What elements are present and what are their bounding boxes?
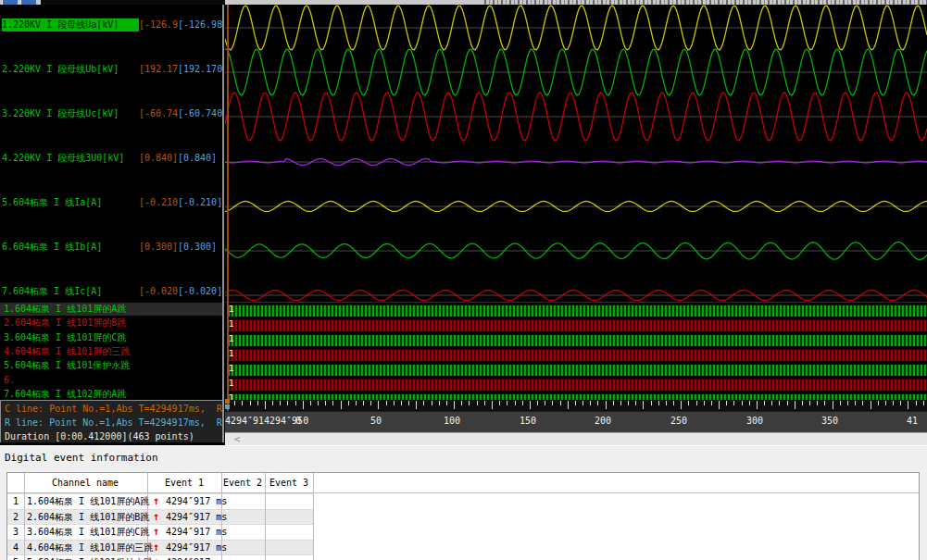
ruler-tick [878,401,879,405]
digital-channel-row[interactable]: 3.604柘泉 I 线101屏的C跳 [0,331,224,344]
ruler-tick [817,401,818,405]
ruler-tick [688,401,689,405]
table-cell-channel-name: 2.604柘泉 I 线101屏的B跳 [27,510,149,525]
wave-analysis-app: 1.220KV I 段母线Ua[kV][-126.980][-126.980]2… [0,0,927,560]
ruler-tick [900,401,901,405]
ruler-tick [651,401,652,405]
ruler-tick [552,401,553,405]
digital-channel-row[interactable]: 7.604柘泉 I 线102屏的A跳 [0,388,224,401]
ruler-tick [515,401,516,405]
ruler-tick [696,401,697,405]
ruler-tick [658,401,659,405]
time-axis-label: 100 [444,416,460,426]
analog-value-2: [-60.740] [178,107,224,120]
ruler-tick [575,401,576,405]
analog-channel-row[interactable]: 5.604柘泉 I 线Ia[A][-0.210][-0.210] [2,196,224,209]
analog-channel-row[interactable]: 3.220KV I 段母线Uc[kV][-60.740][-60.740] [2,107,224,120]
table-row[interactable]: 11.604柘泉 I 线101屏的A跳↑4294″917 ms [7,493,920,509]
ruler-tick [492,401,493,409]
time-axis-labels: 4294″9144294″95005010015020025030035041 [225,411,927,432]
event-rising-arrow-icon: ↑ [153,524,159,539]
digital-state-bar: 1 [228,364,927,376]
ruler-tick [568,401,569,409]
table-row[interactable]: 22.604柘泉 I 线101屏的B跳↑4294″917 ms [7,509,920,525]
table-cell-event1-time: 4294″917 ms [166,541,227,555]
ruler-tick [242,401,243,405]
digital-channel-row[interactable]: 6. [0,374,224,387]
analog-value-2: [0.840] [178,152,224,165]
time-axis-label: 41 [907,416,918,426]
analog-value-2: [-0.020] [178,285,224,298]
channel-list-panel: 1.220KV I 段母线Ua[kV][-126.980][-126.980]2… [0,0,224,442]
table-row[interactable]: 44.604柘泉 I 线101屏的三跳↑4294″917 ms [7,540,920,555]
time-axis-label: 0 [295,416,301,426]
ruler-tick [606,401,607,409]
table-cell-channel-name: 3.604柘泉 I 线101屏的C跳 [27,525,149,540]
digital-state-bar: 1 [228,393,927,400]
ruler-tick [287,401,288,405]
r-cursor-marker[interactable] [225,404,230,409]
digital-channel-row[interactable]: 2.604柘泉 I 线101屏的B跳 [0,317,224,330]
ruler-tick [522,401,523,405]
toolbar-icon-2[interactable] [20,0,36,5]
ruler-tick [916,401,917,405]
horizontal-scrollbar: < [225,432,927,445]
digital-channel-row[interactable]: 5.604柘泉 I 线101保护永跳 [0,359,224,372]
ruler-tick [726,401,727,405]
table-cell-channel-name: 1.604柘泉 I 线101屏的A跳 [27,494,149,509]
ruler-tick [893,401,894,405]
digital-channel-row[interactable]: 1.604柘泉 I 线101屏的A跳 [0,303,224,316]
toolbar-icon-1[interactable] [2,0,18,5]
digital-state-bar: 1 [228,379,927,391]
analog-waveform-trace [225,159,927,166]
ruler-tick [809,401,810,405]
table-row[interactable]: 55.604柘泉 I 线101保护永跳↑4294″917 ms [7,554,920,560]
ruler-tick [764,401,765,405]
time-axis-label: 50 [370,416,382,426]
analog-channel-label: 1.220KV I 段母线Ua[kV] [2,19,139,31]
analog-channel-row[interactable]: 4.220KV I 段母线3U0[kV][0.840][0.840] [2,152,224,165]
ruler-tick [590,401,591,405]
digital-state-bar: 1 [228,305,927,317]
ruler-tick [386,401,387,405]
analog-digital-separator [225,302,927,303]
analog-channel-row[interactable]: 6.604柘泉 I 线Ib[A][0.300][0.300] [2,241,224,254]
table-cell-rownum: 3 [13,525,19,540]
digital-channel-row[interactable]: 4.604柘泉 I 线101屏的三跳 [0,345,224,358]
ruler-tick [341,401,342,409]
ruler-tick [545,401,545,405]
analog-value-1: [-0.020] [139,285,178,298]
ruler-tick [733,401,734,405]
c-cursor-marker[interactable] [225,399,230,404]
event-rising-arrow-icon: ↑ [153,554,159,560]
event-info-section: Digital event information Channel nameEv… [0,445,927,560]
analog-channel-row[interactable]: 2.220KV I 段母线Ub[kV][192.170][192.170] [2,63,224,76]
ruler-tick [461,401,462,405]
table-cell-rownum: 4 [13,541,19,555]
cursor-line[interactable] [227,5,229,411]
ruler-tick [779,401,780,405]
digital-state-value: 1 [229,379,233,389]
table-row[interactable]: 33.604柘泉 I 线101屏的C跳↑4294″917 ms [7,524,920,540]
table-cell-rownum: 1 [13,494,19,509]
ruler-tick [824,401,825,405]
analog-channel-label: 2.220KV I 段母线Ub[kV] [2,63,139,76]
digital-state-value: 1 [229,334,233,344]
ruler-tick [643,401,644,409]
analog-value-1: [192.170] [139,63,178,76]
ruler-tick [250,401,251,405]
time-axis-label: 4294″914 [225,416,264,426]
ruler-tick [454,401,455,409]
analog-channel-label: 3.220KV I 段母线Uc[kV] [2,107,139,120]
event-rising-arrow-icon: ↑ [153,540,159,554]
table-cell-rownum: 5 [13,555,19,560]
table-cell-event1-time: 4294″917 ms [166,555,227,560]
analog-channel-row[interactable]: 7.604柘泉 I 线Ic[A][-0.020][-0.020] [2,285,224,298]
ruler-tick [318,401,319,405]
analog-channel-row[interactable]: 1.220KV I 段母线Ua[kV][-126.980][-126.980] [2,19,224,31]
ruler-tick [802,401,803,405]
ruler-tick [432,401,432,405]
top-strip-clipped-text [484,0,927,5]
waveform-display-panel[interactable]: 1111111 4294″9144294″9500501001502002503… [225,5,927,432]
scroll-left-button[interactable]: < [231,433,244,445]
